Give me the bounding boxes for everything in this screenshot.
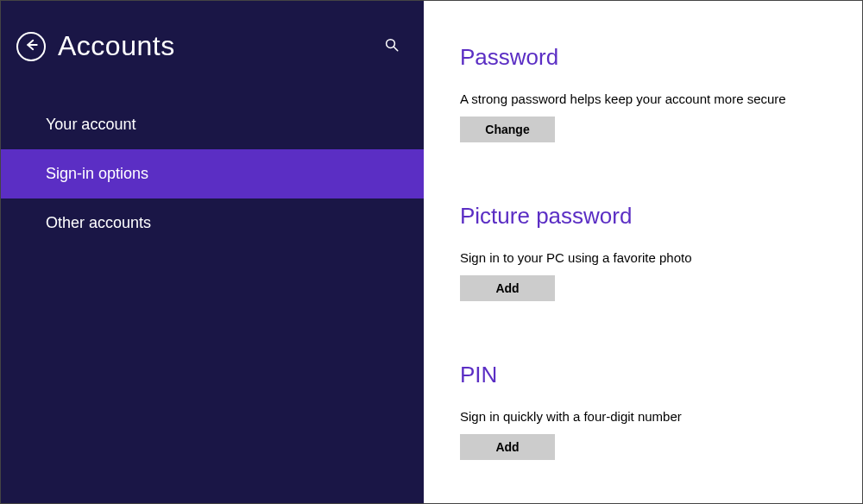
picture-password-desc: Sign in to your PC using a favorite phot…: [460, 250, 831, 265]
password-desc: A strong password helps keep your accoun…: [460, 91, 831, 106]
search-button[interactable]: [381, 34, 403, 60]
page-title: Accounts: [58, 30, 381, 62]
add-picture-password-button[interactable]: Add: [460, 275, 555, 301]
pin-title: PIN: [460, 362, 831, 388]
picture-password-section: Picture password Sign in to your PC usin…: [460, 203, 831, 301]
back-button[interactable]: [16, 32, 46, 61]
sidebar-item-your-account[interactable]: Your account: [1, 100, 424, 149]
search-icon: [384, 41, 400, 55]
nav-list: Your account Sign-in options Other accou…: [1, 100, 424, 248]
content-area: Password A strong password helps keep yo…: [424, 1, 862, 503]
pin-desc: Sign in quickly with a four-digit number: [460, 409, 831, 424]
sidebar: Accounts Your account Sign-in options Ot…: [1, 1, 424, 503]
sidebar-item-sign-in-options[interactable]: Sign-in options: [1, 149, 424, 198]
password-section: Password A strong password helps keep yo…: [460, 44, 831, 142]
svg-line-2: [394, 47, 398, 51]
sidebar-header: Accounts: [1, 30, 424, 62]
pin-section: PIN Sign in quickly with a four-digit nu…: [460, 362, 831, 460]
password-title: Password: [460, 44, 831, 71]
back-arrow-icon: [23, 37, 39, 56]
add-pin-button[interactable]: Add: [460, 434, 555, 460]
sidebar-item-other-accounts[interactable]: Other accounts: [1, 198, 424, 248]
picture-password-title: Picture password: [460, 203, 831, 230]
change-password-button[interactable]: Change: [460, 117, 555, 142]
